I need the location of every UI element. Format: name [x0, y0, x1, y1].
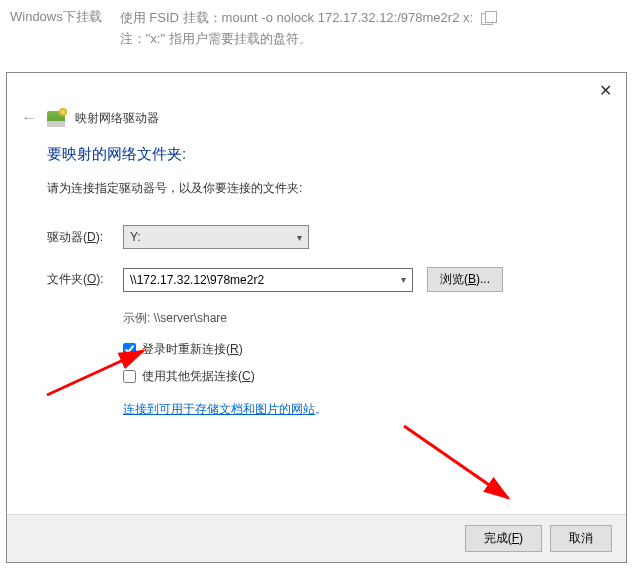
- browse-button[interactable]: 浏览(B)...: [427, 267, 503, 292]
- reconnect-checkbox-row: 登录时重新连接(R): [123, 341, 586, 358]
- reconnect-label[interactable]: 登录时重新连接(R): [142, 341, 243, 358]
- other-credentials-checkbox-row: 使用其他凭据连接(C): [123, 368, 586, 385]
- other-credentials-label[interactable]: 使用其他凭据连接(C): [142, 368, 255, 385]
- other-credentials-checkbox[interactable]: [123, 370, 136, 383]
- drive-row: 驱动器(D): Y: ▾: [47, 225, 586, 249]
- svg-line-1: [404, 426, 508, 498]
- close-icon[interactable]: ✕: [599, 81, 612, 100]
- folder-row: 文件夹(O): ▾ 浏览(B)...: [47, 267, 586, 292]
- cancel-button[interactable]: 取消: [550, 525, 612, 552]
- mount-section-label: Windows下挂载: [10, 8, 102, 50]
- drive-select[interactable]: Y: ▾: [123, 225, 309, 249]
- finish-button[interactable]: 完成(F): [465, 525, 542, 552]
- reconnect-checkbox[interactable]: [123, 343, 136, 356]
- storage-link-row: 连接到可用于存储文档和图片的网站。: [123, 395, 586, 418]
- example-text: 示例: \\server\share: [123, 310, 586, 327]
- chevron-down-icon[interactable]: ▾: [401, 274, 406, 285]
- drive-label: 驱动器(D):: [47, 229, 123, 246]
- folder-label: 文件夹(O):: [47, 271, 123, 288]
- storage-website-link[interactable]: 连接到可用于存储文档和图片的网站。: [123, 401, 327, 418]
- instruction-text: 请为连接指定驱动器号，以及你要连接的文件夹:: [47, 180, 586, 197]
- heading: 要映射的网络文件夹:: [47, 145, 586, 164]
- back-arrow-icon[interactable]: ←: [21, 109, 37, 127]
- network-drive-icon: [47, 111, 65, 125]
- annotation-arrow-icon: [398, 420, 528, 510]
- chevron-down-icon: ▾: [297, 232, 302, 243]
- dialog-header: ← 映射网络驱动器: [7, 73, 626, 137]
- dialog-content: 要映射的网络文件夹: 请为连接指定驱动器号，以及你要连接的文件夹: 驱动器(D)…: [7, 137, 626, 428]
- dialog-footer: 完成(F) 取消: [7, 514, 626, 562]
- folder-input-wrapper[interactable]: ▾: [123, 268, 413, 292]
- copy-icon[interactable]: [481, 13, 493, 25]
- drive-value: Y:: [130, 230, 141, 244]
- mount-line2: 注："x:" 指用户需要挂载的盘符。: [120, 31, 312, 46]
- top-instructions: Windows下挂载 使用 FSID 挂载：mount -o nolock 17…: [0, 0, 633, 70]
- folder-input[interactable]: [130, 273, 401, 287]
- mount-line1: 使用 FSID 挂载：mount -o nolock 172.17.32.12:…: [120, 10, 473, 25]
- mount-command-text: 使用 FSID 挂载：mount -o nolock 172.17.32.12:…: [120, 8, 623, 50]
- map-network-drive-dialog: ✕ ← 映射网络驱动器 要映射的网络文件夹: 请为连接指定驱动器号，以及你要连接…: [6, 72, 627, 563]
- dialog-title: 映射网络驱动器: [75, 110, 159, 127]
